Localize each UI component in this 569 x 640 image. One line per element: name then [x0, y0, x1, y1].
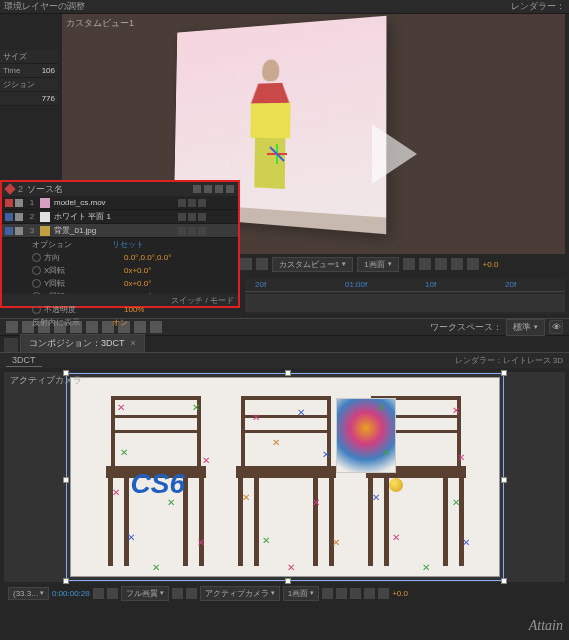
layer-name[interactable]: 背景_01.jpg — [52, 225, 178, 236]
3d-view-dropdown[interactable]: アクティブカメラ — [200, 586, 280, 601]
flowchart-icon[interactable] — [451, 258, 463, 270]
side-position-label: ジション — [3, 79, 55, 90]
track-marker[interactable] — [271, 438, 281, 448]
track-marker[interactable] — [191, 403, 201, 413]
flowchart-icon[interactable] — [364, 588, 375, 599]
mask-icon[interactable] — [256, 258, 268, 270]
transform-handle[interactable] — [63, 477, 69, 483]
track-marker[interactable] — [461, 538, 471, 548]
track-marker[interactable] — [151, 563, 161, 573]
track-marker[interactable] — [371, 493, 381, 503]
track-marker[interactable] — [196, 538, 206, 548]
prop-opacity-value[interactable]: 100% — [124, 305, 144, 314]
track-marker[interactable] — [251, 413, 261, 423]
layer-color-swatch[interactable] — [40, 226, 50, 236]
track-marker[interactable] — [296, 408, 306, 418]
prop-x-rotation[interactable]: X回転 — [44, 265, 124, 276]
top-view-dropdown[interactable]: カスタムビュー1 — [272, 257, 353, 272]
track-marker[interactable] — [261, 536, 271, 546]
close-tab-icon[interactable]: × — [131, 338, 136, 348]
switch-mode-toggle[interactable]: スイッチ / モード — [2, 294, 238, 306]
transform-handle[interactable] — [501, 370, 507, 376]
prop-reflect-value[interactable]: オン — [112, 317, 128, 328]
top-viewcount-dropdown[interactable]: 1画面 — [357, 257, 398, 272]
track-marker[interactable] — [119, 448, 129, 458]
prop-y-rotation[interactable]: Y回転 — [44, 278, 124, 289]
composition-viewer-bottom[interactable]: CS6 — [4, 372, 565, 582]
transform-handle[interactable] — [501, 477, 507, 483]
search-help-icon[interactable]: 👁 — [549, 320, 563, 334]
comp-panel-icon[interactable] — [4, 338, 18, 352]
side-time-label: Time — [3, 66, 42, 75]
exposure-value[interactable]: +0.0 — [392, 589, 408, 598]
view-layout-dropdown[interactable]: 1画面 — [283, 586, 319, 601]
track-marker[interactable] — [311, 498, 321, 508]
track-marker[interactable] — [331, 538, 341, 548]
transform-handle[interactable] — [285, 370, 291, 376]
track-marker[interactable] — [391, 533, 401, 543]
track-marker[interactable] — [126, 533, 136, 543]
comp-subtab[interactable]: 3DCT — [6, 354, 42, 367]
stopwatch-icon[interactable] — [32, 305, 41, 314]
track-marker[interactable] — [451, 498, 461, 508]
layer-row[interactable]: 2 ホワイト 平面 1 — [2, 210, 238, 224]
layer-color-swatch[interactable] — [40, 212, 50, 222]
3d-axis-gizmo[interactable] — [257, 134, 297, 174]
side-size-label: サイズ — [3, 51, 55, 62]
transparency-grid-icon[interactable] — [186, 588, 197, 599]
show-channel-icon[interactable] — [107, 588, 118, 599]
layer-row[interactable]: 1 model_cs.mov — [2, 196, 238, 210]
pixel-aspect-icon[interactable] — [322, 588, 333, 599]
track-marker[interactable] — [116, 403, 126, 413]
ruler-tick: 20f — [505, 280, 516, 289]
prop-orientation-value[interactable]: 0.0°,0.0°,0.0° — [124, 253, 171, 262]
prop-y-rotation-value[interactable]: 0x+0.0° — [124, 279, 151, 288]
exposure-reset-icon[interactable] — [467, 258, 479, 270]
pixel-aspect-icon[interactable] — [403, 258, 415, 270]
timeline-icon[interactable] — [350, 588, 361, 599]
track-marker[interactable] — [321, 450, 331, 460]
prop-reflect[interactable]: 反射内に表示 — [32, 317, 112, 328]
layer-name[interactable]: model_cs.mov — [52, 198, 178, 207]
timeline-icon[interactable] — [435, 258, 447, 270]
side-time-value: 106 — [42, 66, 55, 75]
source-name-header[interactable]: ソース名 — [27, 183, 189, 196]
layer-row[interactable]: 3 背景_01.jpg — [2, 224, 238, 238]
stopwatch-icon[interactable] — [32, 253, 41, 262]
layer-name[interactable]: ホワイト 平面 1 — [52, 211, 178, 222]
track-marker[interactable] — [166, 498, 176, 508]
renderer-label[interactable]: レンダラー：レイトレース 3D — [455, 355, 563, 366]
comp-image[interactable]: CS6 — [70, 377, 500, 577]
track-marker[interactable] — [111, 488, 121, 498]
fast-preview-icon[interactable] — [336, 588, 347, 599]
options-label[interactable]: オプション — [32, 239, 112, 250]
current-time[interactable]: 0:00:00:28 — [52, 589, 90, 598]
time-ruler[interactable]: 20f 01:00f 10f 20f — [245, 278, 565, 314]
stopwatch-icon[interactable] — [32, 266, 41, 275]
track-marker[interactable] — [201, 456, 211, 466]
stopwatch-icon[interactable] — [32, 279, 41, 288]
artwork — [336, 398, 396, 473]
zoom-dropdown[interactable]: (33.3... — [8, 587, 49, 600]
track-marker[interactable] — [421, 563, 431, 573]
composition-tab[interactable]: コンポジション：3DCT× — [20, 334, 145, 352]
exposure-reset-icon[interactable] — [378, 588, 389, 599]
resolution-dropdown[interactable]: フル画質 — [121, 586, 169, 601]
prop-x-rotation-value[interactable]: 0x+0.0° — [124, 266, 151, 275]
fast-preview-icon[interactable] — [419, 258, 431, 270]
workspace-dropdown[interactable]: 標準 — [506, 319, 545, 336]
guides-icon[interactable] — [240, 258, 252, 270]
track-marker[interactable] — [376, 403, 386, 413]
track-marker[interactable] — [456, 453, 466, 463]
reset-link[interactable]: リセット — [112, 239, 144, 250]
ruler-tick: 10f — [425, 280, 436, 289]
track-marker[interactable] — [451, 406, 461, 416]
track-marker[interactable] — [381, 448, 391, 458]
roi-icon[interactable] — [172, 588, 183, 599]
track-marker[interactable] — [241, 493, 251, 503]
prop-orientation[interactable]: 方向 — [44, 252, 124, 263]
snapshot-icon[interactable] — [93, 588, 104, 599]
track-marker[interactable] — [286, 563, 296, 573]
top-exposure-value[interactable]: +0.0 — [483, 260, 499, 269]
layer-color-swatch[interactable] — [40, 198, 50, 208]
